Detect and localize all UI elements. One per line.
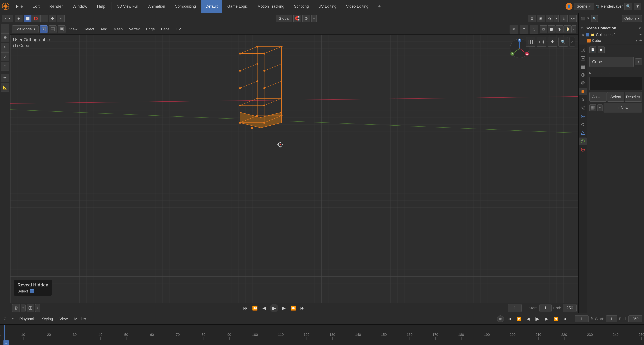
menu-help[interactable]: Help — [92, 0, 110, 12]
collection1-checkbox[interactable] — [586, 33, 590, 36]
vp-zoom-btn[interactable]: 🔍 — [558, 37, 568, 47]
tl-next[interactable]: ⏩ — [552, 315, 560, 323]
workspace-scripting[interactable]: Scripting — [289, 0, 314, 12]
vp-menu-vertex[interactable]: Vertex — [126, 26, 142, 33]
proportional-dropdown[interactable]: ▼ — [311, 15, 316, 22]
select-lasso-btn[interactable]: ⌒ — [40, 15, 48, 22]
filter-icon-btn[interactable]: ▼ — [634, 2, 642, 10]
snap-grid-btn[interactable] — [26, 304, 34, 312]
tool-scale[interactable]: ⤢ — [1, 52, 9, 61]
expand-arrow-row[interactable]: ▶ · · · · · · · · · · — [590, 70, 642, 76]
vp-move-btn[interactable]: ✥ — [548, 37, 557, 47]
tab-viewlayer[interactable] — [579, 63, 587, 70]
tab-render[interactable] — [579, 46, 587, 54]
vp-menu-mesh[interactable]: Mesh — [111, 26, 125, 33]
assign-btn[interactable]: Assign — [590, 92, 606, 102]
collection1-eye[interactable]: 👁 — [639, 33, 642, 36]
tab-output[interactable] — [579, 54, 587, 62]
tab-world[interactable] — [579, 80, 587, 87]
solid-mode-btn[interactable]: ⬤ — [548, 26, 555, 33]
wireframe-mode-btn[interactable]: ◻ — [540, 26, 547, 33]
workspace-uvediting[interactable]: UV Editing — [314, 0, 341, 12]
overlay-eye-btn[interactable] — [12, 304, 20, 312]
select-box-btn[interactable]: ⬜ — [24, 15, 32, 22]
workspace-3dview[interactable]: 3D View Full — [112, 0, 143, 12]
tl-next-step[interactable]: ▶ — [543, 315, 550, 323]
vp-menu-add[interactable]: Add — [98, 26, 110, 33]
filter-scene-btn[interactable]: 🔍 — [591, 15, 598, 22]
gizmo-btn[interactable]: ∧∨ — [569, 15, 576, 22]
cube-row[interactable]: Cube ▼ 👁 — [581, 38, 642, 44]
workspace-default[interactable]: Default — [201, 0, 222, 12]
vert-select-btn[interactable] — [40, 26, 48, 33]
overlay-btn[interactable]: ⊛ — [560, 15, 568, 22]
edit-mode-dropdown[interactable]: Edit Mode ▼ — [12, 26, 38, 33]
mode-selector[interactable]: ↖ ▼ — [2, 15, 13, 22]
tl-frame-display[interactable]: 1 — [575, 316, 588, 322]
frame-prev[interactable]: ⏪ — [251, 304, 259, 312]
menu-window[interactable]: Window — [68, 0, 92, 12]
cube-eye[interactable]: 👁 — [639, 39, 642, 42]
looksdev-mode-btn[interactable]: ◑ — [556, 26, 563, 33]
vp-menu-view[interactable]: View — [67, 26, 80, 33]
workspace-compositing[interactable]: Compositing — [170, 0, 200, 12]
material-dropdown-btn[interactable]: ▼ — [597, 104, 602, 111]
tab-scene[interactable] — [579, 71, 587, 79]
rendered-mode-btn[interactable]: 🌓 — [564, 26, 571, 33]
vp-menu-edge[interactable]: Edge — [144, 26, 157, 33]
tl-end-input[interactable]: 250 — [628, 316, 642, 322]
frame-next[interactable]: ⏩ — [290, 304, 297, 312]
tab-data[interactable] — [579, 129, 587, 137]
snap-magnet-btn[interactable]: 🧲 — [294, 15, 301, 22]
proportional-btn[interactable]: ⊙ — [302, 15, 310, 22]
edge-select-btn[interactable] — [49, 26, 56, 33]
snap-dropdown[interactable]: Global — [276, 15, 292, 22]
collection1-expand[interactable]: ▶ — [582, 33, 584, 36]
end-frame-input[interactable]: 250 — [563, 304, 576, 312]
vp-menu-face[interactable]: Face — [158, 26, 172, 33]
select-circle-btn[interactable]: ⭕ — [32, 15, 40, 22]
shading-extra-dropdown[interactable]: ▼ — [572, 26, 576, 33]
props-save-btn[interactable]: 💾 — [590, 46, 596, 53]
frame-jump-end[interactable]: ⏭ — [299, 304, 306, 312]
shading-solid-btn[interactable]: ◑ — [546, 15, 554, 22]
tl-play[interactable]: ▶ — [534, 315, 541, 323]
tl-record-btn[interactable] — [497, 316, 504, 322]
collection1-row[interactable]: ▶ 📁 Collection 1 👁 — [581, 32, 642, 38]
workspace-animation[interactable]: Animation — [144, 0, 170, 12]
current-frame-display[interactable]: 1 — [508, 304, 522, 312]
options-dropdown[interactable]: Options ▼ — [622, 15, 642, 22]
workspace-videoediting[interactable]: Video Editing — [341, 0, 373, 12]
cube-filter-btn[interactable]: ▼ — [635, 58, 642, 65]
tab-modifier[interactable] — [579, 96, 587, 104]
tl-jump-end[interactable]: ⏭ — [562, 315, 569, 323]
frame-jump-start[interactable]: ⏮ — [242, 304, 249, 312]
tab-texture[interactable] — [579, 146, 587, 154]
scene-view-dropdown[interactable]: ▼ — [586, 16, 590, 20]
menu-render[interactable]: Render — [44, 0, 68, 12]
tl-start-input[interactable]: 1 — [606, 316, 617, 322]
tool-rotate[interactable]: ↻ — [1, 43, 9, 52]
tl-jump-start[interactable]: ⏮ — [506, 315, 513, 323]
tl-prev-step[interactable]: ◀ — [524, 315, 532, 323]
view-menu[interactable]: View — [57, 315, 70, 323]
frame-prev-step[interactable]: ◀ — [260, 304, 268, 312]
snap-dropdown2[interactable]: ▼ — [35, 304, 40, 312]
menu-edit[interactable]: Edit — [28, 0, 44, 12]
vp-menu-uv[interactable]: UV — [173, 26, 184, 33]
tab-material[interactable] — [579, 138, 587, 145]
viewport-overlay-btn[interactable]: 👁 — [510, 25, 518, 34]
tl-prev[interactable]: ⏪ — [515, 315, 522, 323]
vp-menu-select[interactable]: Select — [81, 26, 96, 33]
playback-menu[interactable]: Playback — [17, 315, 37, 323]
tool-transform[interactable]: ⊕ — [1, 62, 9, 70]
select-tweak-btn[interactable]: ✥ — [49, 15, 56, 22]
vp-collapse-btn[interactable]: ◁ — [569, 37, 575, 47]
xray-btn[interactable]: ⊡ — [528, 15, 536, 22]
search-btn[interactable]: 🔍 — [624, 2, 632, 10]
scene-collection-eye[interactable]: 👁 — [639, 26, 642, 30]
select-extra-btn[interactable]: ⬦ — [57, 15, 64, 22]
face-select-btn[interactable] — [58, 26, 66, 33]
select-mat-btn[interactable]: Select — [607, 92, 624, 102]
shading-dropdown[interactable]: ▼ — [554, 15, 559, 22]
